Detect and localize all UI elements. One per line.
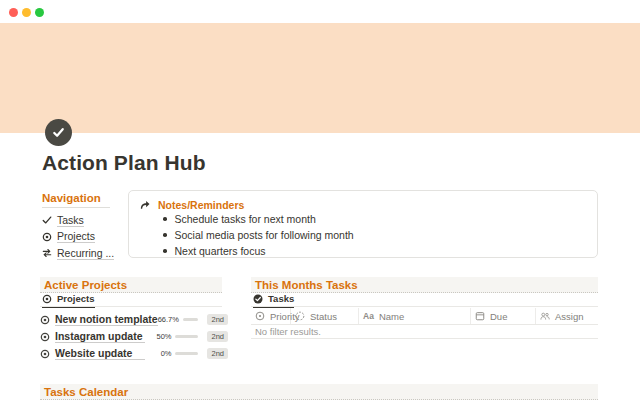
column-label: Assign bbox=[555, 311, 584, 322]
list-item: Schedule tasks for next month bbox=[163, 213, 316, 225]
target-icon bbox=[40, 349, 50, 359]
target-icon bbox=[40, 332, 50, 342]
minimize-window-button[interactable] bbox=[22, 8, 31, 17]
section-heading-label: This Months Tasks bbox=[255, 279, 358, 291]
column-header-due[interactable]: Due bbox=[471, 308, 536, 324]
check-icon bbox=[42, 215, 52, 225]
priority-badge: 2nd bbox=[207, 348, 228, 359]
section-heading-this-months-tasks: This Months Tasks bbox=[251, 277, 598, 293]
callout-title-row: Notes/Reminders bbox=[139, 199, 244, 211]
table-row[interactable]: Website update 0% 2nd bbox=[40, 345, 228, 362]
table-row[interactable]: New notion template 66.7% 2nd bbox=[40, 311, 228, 328]
page-title: Action Plan Hub bbox=[42, 151, 206, 175]
notes-callout: Notes/Reminders Schedule tasks for next … bbox=[128, 190, 598, 258]
list-item: Social media posts for following month bbox=[163, 229, 354, 241]
calendar-icon bbox=[475, 311, 485, 321]
nav-link-label: Tasks bbox=[57, 214, 84, 227]
zoom-window-button[interactable] bbox=[35, 8, 44, 17]
progress-percent: 66.7% bbox=[158, 315, 179, 324]
section-heading-tasks-calendar: Tasks Calendar bbox=[40, 384, 598, 400]
bullet-text: Social media posts for following month bbox=[175, 229, 354, 241]
navigation-list: Tasks Projects Recurring ... bbox=[42, 212, 126, 262]
tasks-view-tabbar: Tasks bbox=[251, 293, 598, 307]
check-icon bbox=[51, 125, 66, 140]
status-icon bbox=[295, 311, 305, 321]
table-empty-state: No filter results. bbox=[251, 325, 598, 339]
callout-heading: Notes/Reminders bbox=[158, 199, 244, 211]
nav-link-label: Projects bbox=[57, 230, 95, 243]
tasks-table: Priority Status Aa Name Due bbox=[251, 308, 598, 339]
bullet-text: Next quarters focus bbox=[175, 245, 266, 257]
bullet-dot bbox=[163, 217, 167, 221]
priority-badge: 2nd bbox=[207, 314, 228, 325]
column-header-priority[interactable]: Priority bbox=[251, 308, 291, 324]
column-header-status[interactable]: Status bbox=[291, 308, 359, 324]
list-item: Next quarters focus bbox=[163, 245, 266, 257]
column-label: Name bbox=[379, 311, 404, 322]
active-projects-list: New notion template 66.7% 2nd Instagram … bbox=[40, 311, 228, 362]
bullet-dot bbox=[163, 233, 167, 237]
column-header-name[interactable]: Aa Name bbox=[359, 308, 471, 324]
project-name-link[interactable]: Instagram update bbox=[55, 330, 145, 343]
bullet-text: Schedule tasks for next month bbox=[175, 213, 316, 225]
tab-projects[interactable]: Projects bbox=[42, 293, 95, 308]
repeat-icon bbox=[42, 248, 52, 258]
forward-arrow-icon bbox=[139, 199, 151, 211]
check-circle-icon bbox=[253, 294, 263, 304]
people-icon bbox=[540, 311, 550, 321]
page-cover[interactable] bbox=[0, 23, 640, 133]
tab-label: Tasks bbox=[268, 293, 294, 304]
table-row[interactable]: Instagram update 50% 2nd bbox=[40, 328, 228, 345]
page-icon-check-circle-icon[interactable] bbox=[45, 119, 72, 146]
progress-bar bbox=[175, 352, 198, 355]
section-heading-label: Active Projects bbox=[44, 279, 127, 291]
column-label: Due bbox=[490, 311, 507, 322]
bullet-dot bbox=[163, 249, 167, 253]
project-name-link[interactable]: Website update bbox=[55, 347, 145, 360]
progress-bar bbox=[175, 335, 198, 338]
section-heading-label: Tasks Calendar bbox=[44, 386, 128, 398]
project-name-link[interactable]: New notion template bbox=[55, 313, 158, 326]
target-icon bbox=[42, 232, 52, 242]
text-icon: Aa bbox=[363, 311, 374, 321]
nav-link-recurring[interactable]: Recurring ... bbox=[42, 245, 126, 262]
empty-state-text: No filter results. bbox=[255, 326, 321, 337]
target-icon bbox=[42, 294, 52, 304]
close-window-button[interactable] bbox=[9, 8, 18, 17]
table-header-row: Priority Status Aa Name Due bbox=[251, 308, 598, 325]
priority-badge: 2nd bbox=[207, 331, 228, 342]
progress-percent: 0% bbox=[145, 349, 171, 358]
nav-link-tasks[interactable]: Tasks bbox=[42, 212, 126, 229]
tab-tasks[interactable]: Tasks bbox=[253, 293, 294, 308]
divider bbox=[42, 207, 110, 208]
navigation-heading: Navigation bbox=[42, 192, 101, 204]
notion-window: Action Plan Hub Navigation Tasks Project… bbox=[0, 0, 640, 400]
tab-label: Projects bbox=[57, 293, 95, 304]
nav-link-label: Recurring ... bbox=[57, 247, 114, 260]
nav-link-projects[interactable]: Projects bbox=[42, 229, 126, 246]
section-heading-active-projects: Active Projects bbox=[40, 277, 222, 293]
target-icon bbox=[40, 315, 50, 325]
column-header-assign[interactable]: Assign bbox=[536, 308, 598, 324]
select-icon bbox=[255, 311, 265, 321]
column-label: Status bbox=[310, 311, 337, 322]
progress-percent: 50% bbox=[145, 332, 171, 341]
projects-view-tabbar: Projects bbox=[40, 293, 222, 307]
window-titlebar bbox=[0, 0, 640, 23]
progress-bar bbox=[183, 318, 199, 321]
